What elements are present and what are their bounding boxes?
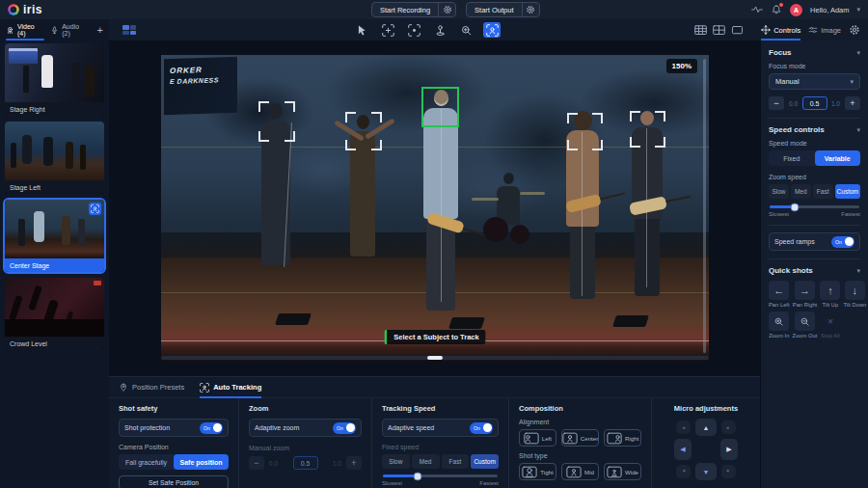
scrollbar-handle[interactable] (427, 356, 443, 360)
tab-image[interactable]: Image (808, 19, 841, 41)
camera-thumb-crowd-level[interactable]: Crowd Level (5, 278, 104, 350)
zoom-speed-fast[interactable]: Fast (813, 184, 833, 199)
shot-protection-toggle[interactable]: On (200, 422, 223, 434)
tilt-up-button[interactable]: ↑ (820, 281, 840, 300)
nudge-down-right-button[interactable]: ▲ (721, 465, 736, 478)
manual-zoom-increase-button[interactable]: + (346, 456, 362, 470)
zoom-out-button[interactable] (795, 312, 815, 331)
settings-gear-button[interactable] (849, 24, 860, 36)
focus-min-value: 0.0 (789, 100, 798, 107)
face-tracking-box[interactable] (630, 111, 665, 148)
grid-view-icon (122, 25, 136, 35)
nudge-right-button[interactable]: ▶ (720, 439, 738, 460)
zoom-in-cell: Zoom In (769, 312, 790, 339)
align-left-button[interactable]: Left (519, 429, 556, 447)
horizontal-scrollbar[interactable] (161, 356, 709, 360)
stop-all-button[interactable]: × (820, 312, 840, 331)
auto-track-tool-button[interactable] (483, 22, 501, 38)
camera-thumb-center-stage[interactable]: Center Stage (5, 200, 104, 272)
camera-thumb-stage-left[interactable]: Stage Left (5, 122, 104, 194)
shot-mid-button[interactable]: Mid (561, 463, 599, 480)
multiview-single-button[interactable] (731, 24, 744, 37)
zoom-speed-custom[interactable]: Custom (835, 184, 860, 199)
align-right-button[interactable]: Right (604, 429, 641, 447)
face-tracking-box[interactable] (258, 101, 295, 142)
start-recording-button[interactable]: Start Recording (372, 3, 438, 16)
tab-auto-tracking[interactable]: Auto Tracking (200, 377, 261, 398)
tilt-down-button[interactable]: ↓ (845, 281, 865, 300)
zoom-tool-button[interactable] (457, 22, 475, 38)
manual-zoom-label: Manual zoom (249, 445, 362, 451)
frame-select-tool-button[interactable] (405, 22, 422, 38)
manual-zoom-value[interactable]: 0.5 (293, 456, 318, 470)
align-center-button[interactable]: Center (561, 429, 600, 447)
collapse-chevron-icon[interactable]: ▾ (856, 267, 860, 275)
face-tracking-box-active[interactable] (421, 87, 459, 127)
add-source-button[interactable]: + (97, 24, 103, 36)
user-menu-chevron-icon[interactable]: ▾ (856, 6, 860, 14)
recording-settings-button[interactable] (438, 3, 455, 16)
output-settings-button[interactable] (522, 3, 539, 16)
viewer-stage: ORKER E DARKNESS (109, 41, 760, 376)
speed-mode-variable[interactable]: Variable (815, 150, 861, 166)
video-preview[interactable]: ORKER E DARKNESS (161, 55, 709, 362)
nudge-up-right-button[interactable]: ▲ (721, 420, 736, 434)
set-safe-position-button[interactable]: Set Safe Position (119, 475, 229, 488)
tab-video[interactable]: Video (4) (6, 19, 44, 41)
vertical-scrollbar[interactable] (703, 59, 706, 353)
speed-ramps-toggle[interactable]: On (831, 236, 854, 248)
tab-position-presets[interactable]: Position Presets (119, 377, 184, 398)
microphone-icon (50, 26, 59, 35)
zoom-speed-slider[interactable] (770, 205, 859, 208)
shot-wide-button[interactable]: Wide (604, 463, 641, 480)
fixed-speed-fast[interactable]: Fast (442, 454, 470, 469)
quick-shots-title: Quick shots (769, 266, 813, 275)
focus-decrease-button[interactable]: − (769, 96, 784, 110)
zoom-speed-med[interactable]: Med (791, 184, 811, 199)
face-tracking-box[interactable] (345, 112, 382, 150)
nudge-down-left-button[interactable]: ▲ (676, 465, 691, 478)
pan-right-button[interactable]: → (795, 281, 815, 300)
center-target-tool-button[interactable] (379, 22, 396, 38)
zoom-speed-slow[interactable]: Slow (769, 184, 789, 199)
pointer-tool-button[interactable] (353, 22, 370, 38)
nudge-up-left-button[interactable]: ▲ (676, 420, 691, 434)
tab-audio[interactable]: Audio (2) (50, 19, 89, 41)
avatar[interactable]: A (790, 4, 802, 16)
notifications-bell-icon[interactable] (771, 4, 782, 15)
nudge-left-button[interactable]: ◀ (674, 439, 692, 460)
slider-handle[interactable] (791, 203, 800, 211)
pan-left-button[interactable]: ← (769, 281, 789, 300)
speed-controls-title: Speed controls (769, 125, 825, 134)
tab-controls[interactable]: Controls (761, 19, 800, 41)
tracking-speed-title: Tracking Speed (382, 404, 499, 413)
fixed-speed-slow[interactable]: Slow (382, 454, 410, 469)
shot-tight-button[interactable]: Tight (519, 463, 556, 480)
nudge-up-button[interactable]: ▲ (695, 419, 717, 436)
nudge-down-button[interactable]: ▼ (695, 463, 717, 480)
manual-zoom-decrease-button[interactable]: − (249, 456, 264, 470)
fail-gracefully-option[interactable]: Fail gracefully (119, 454, 174, 470)
focus-current-value[interactable]: 0.5 (802, 96, 827, 110)
focus-increase-button[interactable]: + (845, 96, 860, 110)
slider-handle[interactable] (413, 472, 421, 480)
zoom-in-button[interactable] (769, 312, 789, 331)
adaptive-speed-toggle[interactable]: On (470, 422, 493, 434)
fixed-speed-slider[interactable] (383, 474, 498, 477)
joystick-tool-button[interactable] (431, 22, 448, 38)
safe-position-option[interactable]: Safe position (174, 454, 229, 470)
adaptive-zoom-toggle[interactable]: On (333, 422, 356, 434)
focus-mode-dropdown[interactable]: Manual ▾ (769, 73, 860, 90)
multiview-quad-button[interactable] (713, 24, 725, 37)
grid-view-button[interactable] (122, 25, 136, 35)
fixed-speed-med[interactable]: Med (412, 454, 440, 469)
activity-icon[interactable] (751, 4, 763, 15)
camera-thumb-stage-right[interactable]: Stage Right (5, 43, 104, 116)
face-tracking-box[interactable] (567, 113, 603, 150)
multiview-grid-button[interactable] (694, 24, 707, 37)
collapse-chevron-icon[interactable]: ▾ (856, 49, 860, 57)
start-output-button[interactable]: Start Output (467, 3, 521, 16)
collapse-chevron-icon[interactable]: ▾ (856, 126, 860, 134)
fixed-speed-custom[interactable]: Custom (471, 454, 499, 469)
speed-mode-fixed[interactable]: Fixed (769, 150, 815, 166)
